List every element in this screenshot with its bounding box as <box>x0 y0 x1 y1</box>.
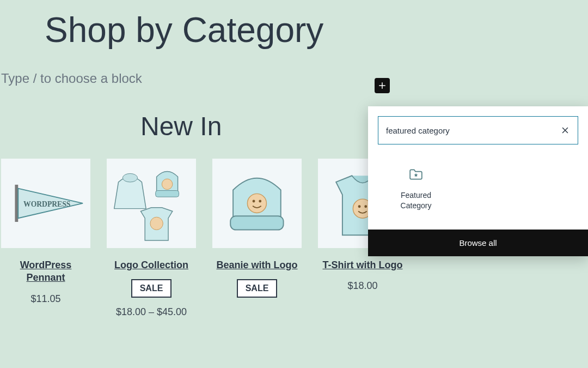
svg-point-6 <box>150 217 163 230</box>
svg-point-3 <box>122 173 137 182</box>
product-price: $11.05 <box>30 293 60 305</box>
clear-search-button[interactable] <box>560 125 570 135</box>
svg-text:WORDPRESS: WORDPRESS <box>23 200 70 208</box>
product-name-link[interactable]: Beanie with Logo <box>216 259 297 272</box>
search-box <box>378 116 578 144</box>
product-card: Beanie with Logo SALE <box>212 159 302 318</box>
svg-point-12 <box>358 205 361 208</box>
add-block-button[interactable] <box>375 78 390 93</box>
block-placeholder-hint[interactable]: Type / to choose a block <box>0 71 588 86</box>
product-image[interactable] <box>212 159 302 248</box>
svg-point-8 <box>247 194 266 213</box>
sale-badge: SALE <box>237 279 278 298</box>
sale-badge: SALE <box>131 279 172 298</box>
product-name-link[interactable]: WordPress Pennant <box>1 259 90 285</box>
svg-rect-7 <box>230 216 283 230</box>
svg-point-9 <box>253 200 255 203</box>
product-price: $18.00 – $45.00 <box>116 306 187 318</box>
search-row <box>368 106 588 154</box>
page-title: Shop by Category <box>45 10 588 50</box>
svg-point-5 <box>162 179 172 189</box>
svg-point-10 <box>259 200 261 203</box>
product-name-link[interactable]: T-Shirt with Logo <box>323 259 403 272</box>
product-price: $18.00 <box>347 280 377 292</box>
product-card: WORDPRESS WordPress Pennant $11.05 <box>1 159 90 318</box>
close-icon <box>560 125 570 135</box>
svg-rect-4 <box>156 191 179 197</box>
plus-icon <box>377 81 387 91</box>
block-search-input[interactable] <box>386 126 560 135</box>
product-card: Logo Collection SALE $18.00 – $45.00 <box>107 159 196 318</box>
pennant-icon: WORDPRESS <box>3 161 88 246</box>
svg-point-13 <box>364 205 367 208</box>
beanie-icon <box>215 161 299 246</box>
product-image[interactable]: WORDPRESS <box>1 159 90 248</box>
block-inserter-popover: Featured Category Browse all <box>368 106 588 256</box>
block-result-label: Featured Category <box>390 190 442 211</box>
product-name-link[interactable]: Logo Collection <box>114 259 188 272</box>
search-results: Featured Category <box>368 154 588 230</box>
product-image[interactable] <box>107 159 196 248</box>
apparel-collection-icon <box>109 161 194 246</box>
block-result-featured-category[interactable]: Featured Category <box>390 168 442 211</box>
folder-star-icon <box>409 168 423 180</box>
browse-all-button[interactable]: Browse all <box>368 230 588 256</box>
